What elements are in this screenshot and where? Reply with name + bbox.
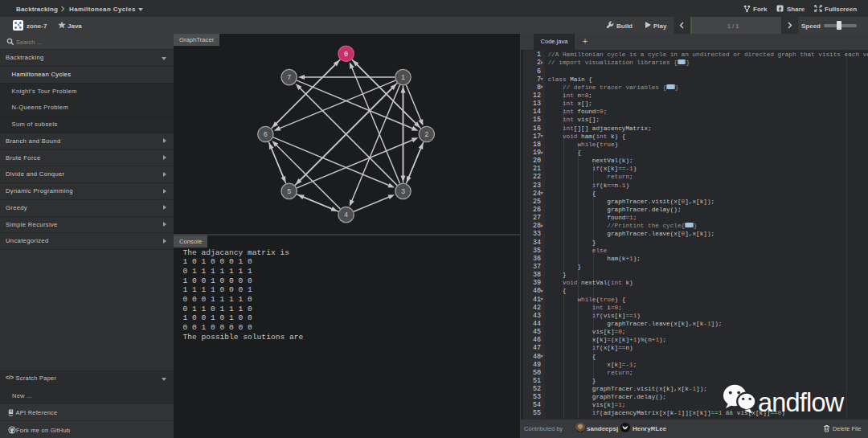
svg-text:3: 3 (401, 188, 405, 196)
svg-text:0: 0 (344, 51, 348, 59)
svg-text:5: 5 (287, 188, 291, 196)
svg-text:6: 6 (264, 131, 268, 139)
svg-text:4: 4 (344, 211, 348, 219)
svg-text:1: 1 (401, 74, 405, 82)
svg-text:2: 2 (424, 131, 428, 139)
svg-text:andflow: andflow (758, 388, 845, 417)
svg-text:7: 7 (287, 74, 291, 82)
